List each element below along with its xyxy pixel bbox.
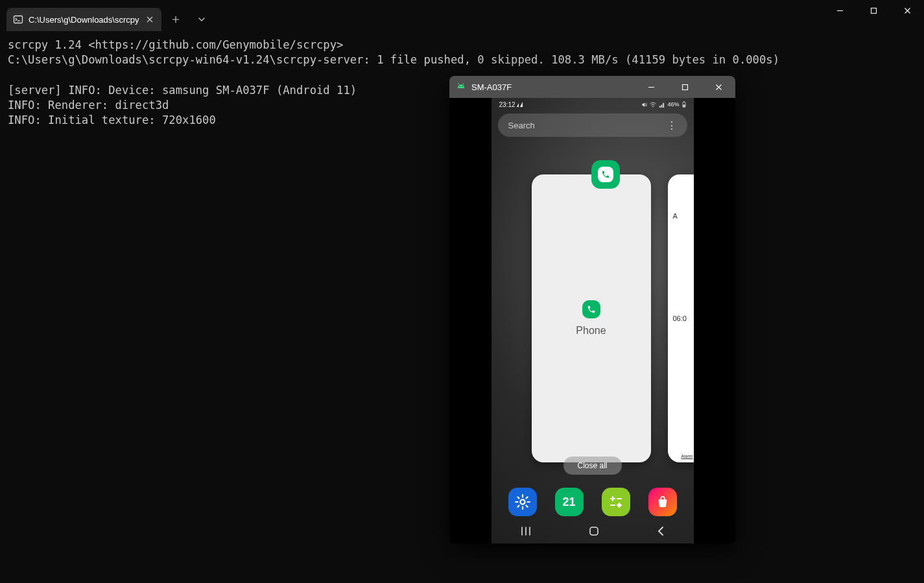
tab-title: C:\Users\g\Downloads\scrcpy — [29, 15, 139, 25]
scrcpy-minimize-button[interactable] — [634, 76, 668, 98]
svg-point-3 — [462, 86, 462, 87]
svg-rect-1 — [871, 8, 876, 13]
recent-app-badge[interactable] — [591, 160, 620, 189]
titlebar: C:\Users\g\Downloads\scrcpy — [0, 0, 924, 31]
maximize-button[interactable] — [857, 0, 890, 21]
tab-dropdown-button[interactable] — [190, 8, 213, 31]
status-notif-icons — [517, 101, 530, 108]
svg-point-9 — [520, 499, 525, 504]
scrcpy-window: SM-A037F 23:12 — [449, 76, 735, 543]
new-tab-button[interactable] — [164, 8, 187, 31]
svg-rect-4 — [682, 84, 687, 89]
recent-card-alarm[interactable]: A 06:0 Alarm — [668, 174, 694, 462]
recent-app-label: Phone — [576, 325, 606, 337]
tab-terminal[interactable]: C:\Users\g\Downloads\scrcpy — [6, 8, 161, 31]
status-bar: 23:12 46% — [492, 98, 694, 111]
device-viewport: 23:12 46% — [449, 98, 735, 543]
side-alarm-label: Alarm — [681, 454, 693, 458]
side-a-label: A — [673, 212, 678, 220]
scrcpy-maximize-button[interactable] — [668, 76, 702, 98]
calculator-icon[interactable] — [602, 488, 630, 516]
kebab-menu-icon[interactable]: ⋮ — [667, 119, 677, 132]
mute-icon — [641, 102, 647, 108]
settings-icon[interactable] — [508, 488, 537, 516]
status-battery: 46% — [667, 101, 679, 108]
close-all-label: Close all — [577, 461, 607, 470]
search-placeholder: Search — [508, 121, 535, 130]
scrcpy-close-button[interactable] — [702, 76, 735, 98]
device-screen[interactable]: 23:12 46% — [492, 98, 694, 543]
status-time: 23:12 — [499, 101, 515, 108]
close-all-button[interactable]: Close all — [563, 457, 621, 475]
window-controls — [823, 0, 924, 31]
store-icon[interactable] — [648, 488, 677, 516]
calendar-icon[interactable]: 21 — [555, 488, 584, 516]
nav-recents-icon[interactable] — [520, 527, 532, 536]
phone-icon — [598, 167, 613, 182]
minimize-button[interactable] — [823, 0, 857, 21]
svg-rect-7 — [683, 101, 685, 102]
side-time-label: 06:0 — [673, 315, 687, 322]
wifi-icon — [650, 102, 656, 108]
quick-launch-row: 21 — [492, 488, 694, 516]
battery-icon — [682, 101, 686, 108]
signal-icon — [659, 102, 665, 108]
svg-point-2 — [459, 86, 460, 87]
nav-back-icon[interactable] — [657, 526, 665, 536]
svg-rect-10 — [590, 527, 598, 535]
nav-home-icon[interactable] — [589, 526, 599, 536]
search-bar[interactable]: Search ⋮ — [498, 113, 687, 137]
calendar-day: 21 — [562, 495, 575, 509]
svg-rect-0 — [14, 16, 23, 23]
phone-icon — [582, 300, 600, 318]
tab-close-button[interactable] — [145, 14, 155, 25]
recents-area[interactable]: Phone A 06:0 Alarm — [492, 156, 694, 462]
recent-card-phone[interactable]: Phone — [532, 174, 651, 462]
android-icon — [456, 82, 466, 92]
terminal-icon — [13, 14, 23, 25]
tabs-area: C:\Users\g\Downloads\scrcpy — [0, 0, 213, 31]
scrcpy-title: SM-A037F — [471, 82, 512, 92]
svg-point-5 — [653, 106, 654, 107]
nav-bar — [492, 519, 694, 543]
svg-rect-8 — [683, 104, 685, 106]
close-button[interactable] — [890, 0, 924, 21]
scrcpy-titlebar[interactable]: SM-A037F — [449, 76, 735, 98]
